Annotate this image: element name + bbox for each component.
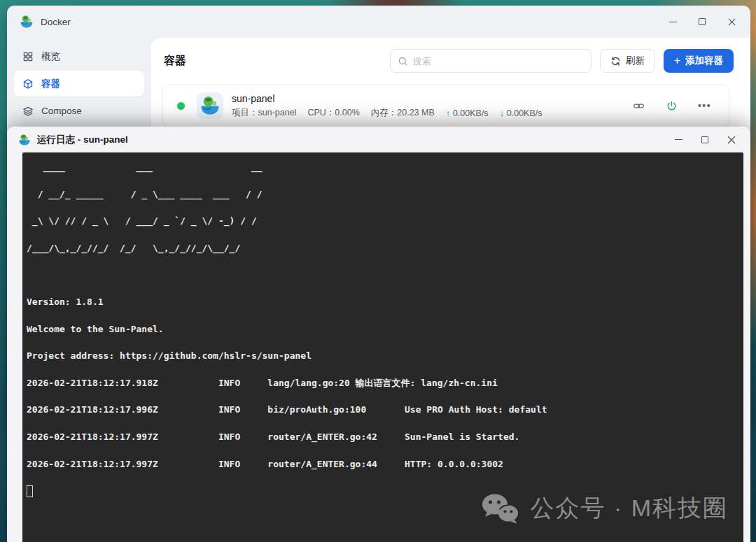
ascii-art-line: /___/\_,_/_//_/ /_/ \_,_/_//_/\__/_/ <box>27 235 743 262</box>
minimize-icon <box>669 22 677 22</box>
cube-icon <box>22 78 34 90</box>
link-button[interactable] <box>633 100 645 112</box>
terminal-cursor <box>27 485 33 497</box>
log-line: 2026-02-21T18:12:17.997Z INFO router/A_E… <box>27 424 743 451</box>
container-memory: 内存：20.23 MB <box>371 107 435 119</box>
container-row[interactable]: sun-panel 项目：sun-panel CPU：0.00% 内存：20.2… <box>162 84 729 127</box>
log-line: 2026-02-21T18:12:17.918Z INFO lang/lang.… <box>27 370 743 397</box>
refresh-button[interactable]: 刷新 <box>600 49 655 73</box>
container-actions: ••• <box>633 100 710 112</box>
ellipsis-icon: ••• <box>698 100 711 111</box>
search-input[interactable] <box>413 56 584 66</box>
sidebar-item-compose[interactable]: Compose <box>14 98 144 124</box>
maximize-icon <box>699 18 706 25</box>
log-window-controls <box>665 129 745 151</box>
sun-panel-app-icon <box>18 134 31 146</box>
docker-window-title: Docker <box>41 17 71 27</box>
sidebar-item-label: Compose <box>41 106 82 116</box>
ascii-art-line: / __/_ _____ / _ \___ ____ ___ / / <box>27 181 743 208</box>
sidebar-item-containers[interactable]: 容器 <box>14 71 144 97</box>
ascii-art-line: _\ \/ // / _ \ / ___/ _ `/ _ \/ -_) / / <box>27 208 743 235</box>
wechat-icon <box>480 492 519 525</box>
container-name: sun-panel <box>232 92 542 105</box>
plus-icon: + <box>674 55 680 66</box>
log-titlebar: 运行日志 - sun-panel <box>7 127 750 152</box>
sidebar-item-label: 概览 <box>41 50 60 63</box>
maximize-icon <box>701 136 708 143</box>
docker-app-icon <box>20 15 34 29</box>
sun-panel-app-icon <box>197 92 223 119</box>
minimize-icon <box>675 139 682 140</box>
docker-titlebar: Docker <box>7 6 750 38</box>
power-button[interactable] <box>666 100 678 112</box>
ascii-art-line: ____ ___ __ <box>27 154 743 181</box>
blank-line <box>27 262 743 289</box>
add-container-label: 添加容器 <box>685 55 723 67</box>
more-actions-button[interactable]: ••• <box>699 100 710 112</box>
minimize-button[interactable] <box>658 10 687 33</box>
refresh-icon <box>610 56 621 66</box>
close-button[interactable] <box>717 10 746 33</box>
sidebar-item-label: 容器 <box>41 78 60 90</box>
log-window: 运行日志 - sun-panel ____ ___ __ / __/_ ____… <box>7 127 750 542</box>
upload-arrow-icon: ↑ <box>446 108 453 118</box>
minimize-button[interactable] <box>665 129 692 151</box>
docker-window-controls <box>658 10 746 33</box>
container-download: ↓ 0.00KB/s <box>500 108 542 118</box>
log-line: 2026-02-21T18:12:17.996Z INFO biz/proAut… <box>27 397 743 424</box>
close-button[interactable] <box>718 129 745 151</box>
download-arrow-icon: ↓ <box>500 108 507 118</box>
layers-icon <box>22 106 34 117</box>
container-info: sun-panel 项目：sun-panel CPU：0.00% 内存：20.2… <box>232 92 542 119</box>
search-icon <box>398 56 408 66</box>
log-window-title: 运行日志 - sun-panel <box>37 134 128 146</box>
containers-header: 容器 刷新 + 添加容器 <box>151 38 750 83</box>
terminal-output[interactable]: ____ ___ __ / __/_ _____ / _ \___ ____ _… <box>22 152 743 542</box>
container-cpu: CPU：0.00% <box>307 107 359 119</box>
power-icon <box>666 100 678 112</box>
refresh-label: 刷新 <box>626 55 645 67</box>
page-title: 容器 <box>164 54 186 69</box>
container-status-dot <box>177 102 185 110</box>
desktop: { "docker_window": { "title": "Docker", … <box>0 0 756 542</box>
grid-icon <box>22 51 34 62</box>
search-box <box>390 49 592 73</box>
container-project: 项目：sun-panel <box>232 107 296 119</box>
project-address-line: Project address: https://github.com/hslr… <box>27 343 743 370</box>
link-icon <box>633 100 645 112</box>
sidebar-item-overview[interactable]: 概览 <box>14 43 144 69</box>
container-meta: 项目：sun-panel CPU：0.00% 内存：20.23 MB ↑ 0.0… <box>232 107 542 119</box>
watermark-text: 公众号 · M科技圈 <box>530 492 728 525</box>
version-line: Version: 1.8.1 <box>27 289 743 316</box>
maximize-button[interactable] <box>687 10 717 33</box>
log-line: 2026-02-21T18:12:17.997Z INFO router/A_E… <box>27 451 743 478</box>
container-upload: ↑ 0.00KB/s <box>446 108 489 118</box>
add-container-button[interactable]: + 添加容器 <box>664 49 734 73</box>
close-icon <box>727 136 736 144</box>
close-icon <box>728 18 736 26</box>
welcome-line: Welcome to the Sun-Panel. <box>27 316 743 343</box>
watermark: 公众号 · M科技圈 <box>480 492 728 525</box>
maximize-button[interactable] <box>692 129 718 151</box>
